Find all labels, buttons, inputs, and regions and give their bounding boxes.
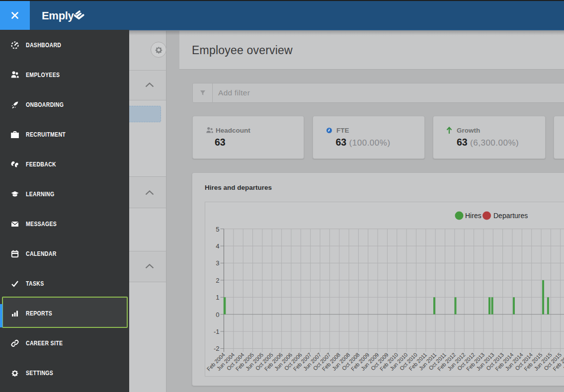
- svg-text:Hires: Hires: [465, 212, 482, 220]
- svg-text:Departures: Departures: [493, 212, 528, 220]
- svg-text:3: 3: [216, 259, 219, 267]
- svg-text:2: 2: [216, 277, 219, 284]
- svg-text:-1: -1: [214, 328, 220, 335]
- svg-text:4: 4: [216, 242, 219, 250]
- svg-text:0: 0: [216, 311, 219, 318]
- svg-text:5: 5: [216, 226, 219, 233]
- svg-text:-2: -2: [214, 345, 220, 352]
- svg-text:1: 1: [216, 294, 219, 301]
